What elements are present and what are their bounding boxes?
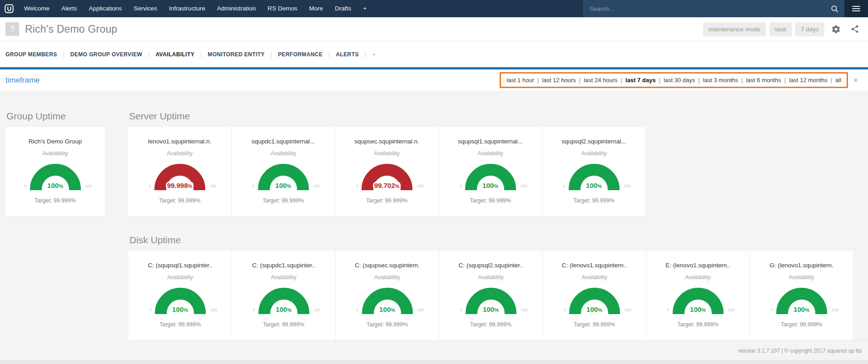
tab-alerts[interactable]: ALERTS bbox=[336, 51, 358, 58]
timeframe-option-last-3-months[interactable]: last 3 months bbox=[703, 77, 738, 84]
close-icon[interactable]: × bbox=[853, 76, 858, 84]
gauge-value-unit: % bbox=[494, 307, 499, 313]
gauge-value: 100% bbox=[274, 305, 293, 314]
availability-gauge: 0 100 100% bbox=[258, 164, 309, 190]
task-button[interactable]: task bbox=[769, 22, 792, 36]
navbar-search bbox=[583, 0, 844, 17]
tab-monitored-entity[interactable]: MONITORED ENTITY bbox=[208, 51, 265, 58]
gauge-max-label: 100 bbox=[313, 184, 320, 188]
gauge-max-label: 100 bbox=[624, 184, 630, 188]
timeframe-option-last-30-days[interactable]: last 30 days bbox=[664, 77, 695, 84]
nav-item-drafts[interactable]: Drafts bbox=[329, 0, 357, 17]
uptime-card[interactable]: C: (squpsec.squpintern. Availability 0 1… bbox=[336, 251, 439, 340]
hamburger-menu-icon[interactable] bbox=[844, 0, 868, 17]
timeframe-label: timeframe bbox=[5, 76, 40, 85]
version-footer: version 3.1.7.107 | © copyright 2017 squ… bbox=[5, 340, 868, 354]
uptime-card[interactable]: C: (squpsql1.squpinter.. Availability 0 … bbox=[129, 251, 232, 340]
card-metric-label: Availability bbox=[232, 274, 335, 280]
uptime-card[interactable]: squpdc1.squpinternal... Availability 0 1… bbox=[232, 127, 335, 216]
gauge-max-label: 100 bbox=[209, 184, 216, 188]
uptime-card[interactable]: lenovo1.squpinternal.n. Availability 0 1… bbox=[128, 127, 232, 216]
tab-performance[interactable]: PERFORMANCE bbox=[278, 51, 322, 58]
nav-item-applications[interactable]: Applications bbox=[83, 0, 128, 17]
gauge-max-label: 100 bbox=[728, 308, 734, 312]
tab-group-members[interactable]: GROUP MEMBERS bbox=[5, 51, 57, 58]
section-group-uptime: Group Uptime Rich's Demo Group Availabil… bbox=[5, 111, 105, 216]
navbar-menu: WelcomeAlertsApplicationsServicesInfrast… bbox=[18, 0, 372, 17]
nav-item-add[interactable]: + bbox=[357, 0, 372, 17]
gauge-value: 100% bbox=[481, 305, 500, 314]
tab-add[interactable]: + bbox=[372, 51, 376, 58]
card-entity-name: squpsql2.squpinternal... bbox=[542, 138, 645, 145]
gear-icon[interactable] bbox=[828, 21, 843, 37]
timeframe-separator: | bbox=[537, 77, 539, 84]
uptime-card[interactable]: C: (squpsql2.squpinter.. Availability 0 … bbox=[439, 251, 543, 340]
card-metric-label: Availability bbox=[439, 274, 542, 280]
search-input[interactable] bbox=[590, 5, 824, 12]
tab-availability[interactable]: AVAILABILITY bbox=[155, 51, 194, 58]
gauge-value: 100% bbox=[378, 305, 397, 314]
uptime-card[interactable]: Rich's Demo Group Availability 0 100 100… bbox=[5, 127, 105, 216]
timeframe-separator: | bbox=[621, 77, 622, 84]
timeframe-option-last-1-hour[interactable]: last 1 hour bbox=[506, 77, 534, 84]
gauge-value: 100% bbox=[274, 182, 293, 190]
tab-demo-group-overview[interactable]: DEMO GROUP OVERVIEW bbox=[70, 51, 143, 58]
search-icon[interactable] bbox=[824, 0, 844, 17]
gauge-value-unit: % bbox=[701, 307, 706, 313]
card-metric-label: Availability bbox=[232, 150, 335, 157]
gauge-value-unit: % bbox=[597, 183, 602, 189]
gauge-max-label: 100 bbox=[831, 308, 838, 312]
gauge-min-label: 0 bbox=[149, 184, 151, 188]
7-days-button[interactable]: 7 days bbox=[795, 22, 824, 36]
nav-item-welcome[interactable]: Welcome bbox=[18, 0, 55, 17]
uptime-card[interactable]: squpsql1.squpinternal... Availability 0 … bbox=[439, 127, 542, 216]
timeframe-separator: | bbox=[659, 77, 660, 84]
maintenance-mode-button[interactable]: maintenance mode bbox=[703, 22, 766, 36]
nav-item-services[interactable]: Services bbox=[128, 0, 163, 17]
entity-type-icon: ? bbox=[5, 22, 19, 36]
share-icon[interactable] bbox=[847, 21, 863, 37]
uptime-card[interactable]: squpsql2.squpinternal... Availability 0 … bbox=[542, 127, 646, 216]
nav-item-more[interactable]: More bbox=[303, 0, 329, 17]
gauge-min-label: 0 bbox=[253, 308, 255, 312]
nav-item-administration[interactable]: Administration bbox=[211, 0, 262, 17]
uptime-card[interactable]: E: (lenovo1.squpintern.. Availability 0 … bbox=[646, 251, 750, 340]
availability-gauge: 0 100 100% bbox=[30, 164, 81, 190]
card-entity-name: lenovo1.squpinternal.n. bbox=[128, 138, 231, 145]
timeframe-row: timeframe last 1 hour|last 12 hours|last… bbox=[0, 69, 868, 91]
timeframe-option-last-7-days[interactable]: last 7 days bbox=[625, 77, 656, 84]
gauge-value-unit: % bbox=[59, 183, 63, 189]
page-title: Rich's Demo Group bbox=[25, 23, 117, 35]
page-header: ? Rich's Demo Group maintenance modetask… bbox=[0, 17, 868, 41]
squaredup-logo-icon[interactable] bbox=[0, 0, 18, 17]
tab-separator: | bbox=[328, 51, 330, 58]
timeframe-option-last-12-months[interactable]: last 12 months bbox=[789, 77, 828, 84]
section-disk-uptime: Disk Uptime C: (squpsql1.squpinter.. Ava… bbox=[129, 235, 868, 340]
section-server-uptime: Server Uptime lenovo1.squpinternal.n. Av… bbox=[128, 111, 646, 216]
gauge-value-unit: % bbox=[184, 307, 188, 313]
uptime-card[interactable]: C: (lenovo1.squpintern.. Availability 0 … bbox=[543, 251, 646, 340]
uptime-card[interactable]: G: (lenovo1.squpintern. Availability 0 1… bbox=[750, 251, 853, 340]
nav-item-rs-demos[interactable]: RS Demos bbox=[262, 0, 303, 17]
nav-item-infrastructure[interactable]: Infrastructure bbox=[163, 0, 211, 17]
availability-gauge: 0 100 100% bbox=[466, 288, 516, 314]
gauge-max-label: 100 bbox=[210, 308, 217, 312]
uptime-card[interactable]: C: (squpdc1.squpinter.. Availability 0 1… bbox=[232, 251, 336, 340]
gauge-min-label: 0 bbox=[564, 308, 566, 312]
availability-gauge: 0 100 100% bbox=[569, 288, 620, 314]
card-target-label: Target: 99.999% bbox=[336, 321, 439, 328]
header-actions-labels: maintenance modetask7 days bbox=[703, 22, 824, 36]
card-metric-label: Availability bbox=[543, 274, 646, 280]
timeframe-option-last-24-hours[interactable]: last 24 hours bbox=[584, 77, 617, 84]
timeframe-option-last-12-hours[interactable]: last 12 hours bbox=[542, 77, 575, 84]
timeframe-option-last-6-months[interactable]: last 6 months bbox=[746, 77, 781, 84]
availability-gauge: 0 100 100% bbox=[155, 288, 206, 314]
uptime-card[interactable]: squpsec.squpinternal.n. Availability 0 1… bbox=[335, 127, 439, 216]
gauge-value: 100% bbox=[792, 305, 811, 314]
nav-item-alerts[interactable]: Alerts bbox=[55, 0, 83, 17]
card-metric-label: Availability bbox=[5, 150, 105, 157]
gauge-max-label: 100 bbox=[417, 184, 423, 188]
timeframe-option-all[interactable]: all bbox=[835, 77, 841, 84]
timeframe-separator: | bbox=[698, 77, 699, 84]
tab-separator: | bbox=[148, 51, 149, 58]
